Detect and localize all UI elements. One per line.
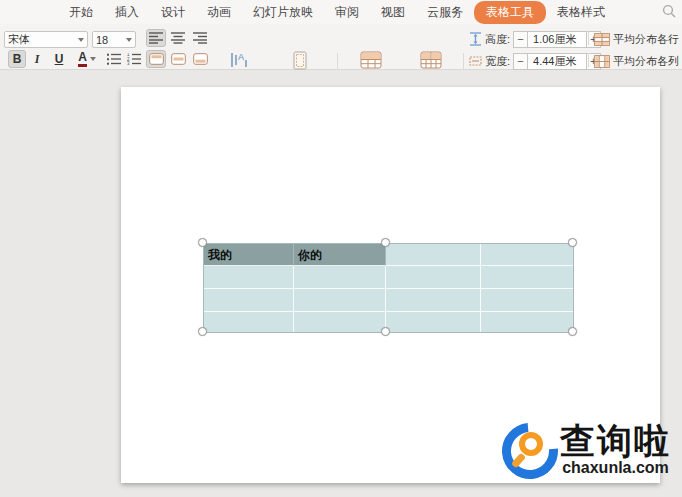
svg-text:3: 3 bbox=[127, 61, 130, 65]
slide-table: 我的 你的 bbox=[203, 243, 574, 333]
chevron-down-icon bbox=[78, 38, 84, 42]
column-width-icon bbox=[469, 54, 482, 68]
watermark-title: 查询啦 bbox=[560, 423, 671, 459]
align-right-button[interactable] bbox=[190, 29, 210, 47]
table-cell[interactable] bbox=[386, 244, 481, 266]
bullet-list-button[interactable] bbox=[104, 50, 124, 68]
width-label: 宽度: bbox=[485, 54, 510, 69]
selection-handle-top-left[interactable] bbox=[198, 238, 207, 247]
merge-cells-icon bbox=[360, 51, 382, 69]
distribute-columns-label: 平均分布各列 bbox=[613, 54, 679, 69]
tab-table-tools-active[interactable]: 表格工具 bbox=[474, 1, 546, 24]
table-cell[interactable] bbox=[481, 289, 573, 312]
tab-insert[interactable]: 插入 bbox=[104, 1, 150, 24]
table-cell-selected[interactable]: 你的 bbox=[294, 244, 386, 266]
table-tools-ribbon: 宋体 18 B I U A 123 A 文字方向 bbox=[0, 24, 682, 70]
tab-start[interactable]: 开始 bbox=[58, 1, 104, 24]
tab-view[interactable]: 视图 bbox=[370, 1, 416, 24]
chevron-down-icon bbox=[90, 57, 96, 61]
distribute-columns-button[interactable]: 平均分布各列 bbox=[594, 52, 679, 70]
valign-bottom-button[interactable] bbox=[190, 50, 210, 68]
valign-middle-button[interactable] bbox=[168, 50, 188, 68]
editing-canvas: 我的 你的 bbox=[0, 70, 682, 497]
width-decrease-button[interactable]: − bbox=[513, 53, 528, 70]
tab-animation[interactable]: 动画 bbox=[196, 1, 242, 24]
table-cell[interactable] bbox=[386, 266, 481, 289]
table-cell[interactable] bbox=[386, 312, 481, 332]
svg-text:A: A bbox=[238, 52, 244, 62]
valign-bottom-icon bbox=[193, 53, 208, 65]
watermark: 查询啦 chaxunla.com bbox=[502, 423, 671, 479]
align-center-button[interactable] bbox=[168, 29, 188, 47]
selection-handle-top-right[interactable] bbox=[568, 238, 577, 247]
tab-design[interactable]: 设计 bbox=[150, 1, 196, 24]
align-center-icon bbox=[171, 32, 185, 44]
table-cell[interactable] bbox=[204, 266, 294, 289]
align-right-icon bbox=[193, 32, 207, 44]
tab-table-style[interactable]: 表格样式 bbox=[546, 1, 616, 24]
cell-margins-icon bbox=[292, 51, 308, 70]
table-cell[interactable] bbox=[204, 312, 294, 332]
width-value[interactable]: 4.44厘米 bbox=[528, 53, 586, 70]
watermark-url: chaxunla.com bbox=[562, 459, 669, 477]
selection-handle-bottom-middle[interactable] bbox=[381, 327, 390, 336]
watermark-magnifier-icon bbox=[502, 423, 558, 479]
table-cell[interactable] bbox=[204, 289, 294, 312]
selection-handle-bottom-left[interactable] bbox=[198, 327, 207, 336]
valign-top-icon bbox=[149, 53, 164, 65]
height-decrease-button[interactable]: − bbox=[513, 31, 528, 48]
table-cell[interactable] bbox=[481, 266, 573, 289]
height-value[interactable]: 1.06厘米 bbox=[528, 31, 586, 48]
text-direction-icon: A bbox=[229, 51, 249, 69]
menu-bar: 开始 插入 设计 动画 幻灯片放映 审阅 视图 云服务 表格工具 表格样式 bbox=[0, 0, 682, 24]
tab-slideshow[interactable]: 幻灯片放映 bbox=[242, 1, 324, 24]
font-name-select[interactable]: 宋体 bbox=[4, 31, 88, 48]
height-label: 高度: bbox=[485, 32, 510, 47]
distribute-rows-icon bbox=[594, 33, 610, 46]
italic-button[interactable]: I bbox=[30, 50, 44, 68]
font-color-label: A bbox=[78, 51, 87, 67]
numbered-list-button[interactable]: 123 bbox=[124, 50, 144, 68]
numbered-list-icon: 123 bbox=[127, 53, 141, 65]
chevron-down-icon bbox=[126, 38, 132, 42]
table-cell-selected[interactable]: 我的 bbox=[204, 244, 294, 266]
font-color-button[interactable]: A bbox=[74, 50, 100, 68]
underline-button[interactable]: U bbox=[50, 50, 68, 68]
selection-handle-top-middle[interactable] bbox=[381, 238, 390, 247]
distribute-rows-button[interactable]: 平均分布各行 bbox=[594, 30, 679, 48]
table-cell[interactable] bbox=[481, 244, 573, 266]
table-cell[interactable] bbox=[481, 312, 573, 332]
align-left-button[interactable] bbox=[146, 29, 166, 47]
valign-top-button[interactable] bbox=[146, 50, 166, 68]
font-size-select[interactable]: 18 bbox=[92, 31, 136, 48]
table-cell[interactable] bbox=[294, 312, 386, 332]
row-height-icon bbox=[469, 32, 482, 46]
table-cell[interactable] bbox=[294, 289, 386, 312]
tab-review[interactable]: 审阅 bbox=[324, 1, 370, 24]
distribute-columns-icon bbox=[594, 55, 610, 68]
slide[interactable]: 我的 你的 bbox=[121, 87, 660, 483]
align-left-icon bbox=[149, 32, 163, 44]
font-size-value: 18 bbox=[96, 34, 108, 46]
split-cells-icon bbox=[420, 51, 442, 69]
tab-cloud[interactable]: 云服务 bbox=[416, 1, 474, 24]
table-cell[interactable] bbox=[386, 289, 481, 312]
selection-handle-bottom-right[interactable] bbox=[568, 327, 577, 336]
table-cell[interactable] bbox=[294, 266, 386, 289]
distribute-rows-label: 平均分布各行 bbox=[613, 32, 679, 47]
valign-middle-icon bbox=[171, 53, 186, 65]
bullet-list-icon bbox=[107, 53, 121, 65]
bold-button[interactable]: B bbox=[8, 50, 26, 68]
font-name-value: 宋体 bbox=[8, 32, 30, 47]
search-icon[interactable] bbox=[662, 4, 676, 18]
